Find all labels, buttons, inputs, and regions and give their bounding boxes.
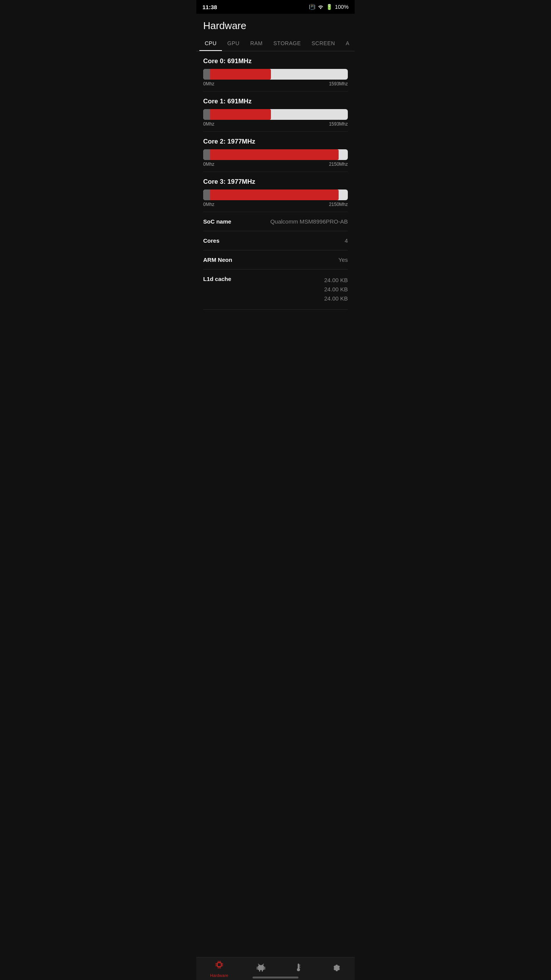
status-bar: 11:38 📳 🔋 100% [196, 0, 355, 14]
tab-ram[interactable]: RAM [245, 35, 268, 51]
core-labels-1: 0Mhz 1593Mhz [203, 121, 348, 127]
core-max-label-1: 1593Mhz [329, 121, 348, 127]
core-fill-1 [210, 109, 271, 120]
core-thumb-3 [203, 189, 210, 200]
core-min-label-2: 0Mhz [203, 162, 214, 167]
info-row-l1d-cache: L1d cache 24.00 KB24.00 KB24.00 KB [203, 270, 348, 310]
cores-container: Core 0: 691MHz 0Mhz 1593Mhz Core 1: 691M… [203, 51, 348, 212]
info-value-arm-neon: Yes [232, 256, 348, 263]
core-max-label-3: 2150Mhz [329, 202, 348, 207]
info-value-l1d-cache: 24.00 KB24.00 KB24.00 KB [231, 276, 348, 303]
core-title-3: Core 3: 1977MHz [203, 178, 348, 186]
core-title-2: Core 2: 1977MHz [203, 138, 348, 145]
core-labels-0: 0Mhz 1593Mhz [203, 81, 348, 87]
core-section-3: Core 3: 1977MHz 0Mhz 2150Mhz [203, 172, 348, 212]
core-max-label-2: 2150Mhz [329, 162, 348, 167]
info-label-cores: Cores [203, 237, 220, 244]
info-row-cores: Cores 4 [203, 231, 348, 250]
content-area: Core 0: 691MHz 0Mhz 1593Mhz Core 1: 691M… [196, 51, 355, 310]
info-section: SoC name Qualcomm MSM8996PRO-AB Cores 4 … [203, 212, 348, 310]
battery-percent: 100% [335, 4, 349, 10]
core-section-1: Core 1: 691MHz 0Mhz 1593Mhz [203, 91, 348, 132]
core-labels-2: 0Mhz 2150Mhz [203, 162, 348, 167]
core-thumb-2 [203, 149, 210, 160]
core-progress-1 [203, 109, 348, 120]
battery-icon: 🔋 [326, 4, 333, 10]
info-value-cores: 4 [220, 237, 348, 244]
core-fill-3 [210, 189, 339, 200]
core-max-label-0: 1593Mhz [329, 81, 348, 87]
info-row-soc-name: SoC name Qualcomm MSM8996PRO-AB [203, 212, 348, 231]
info-value-soc-name: Qualcomm MSM8996PRO-AB [231, 218, 348, 225]
core-title-0: Core 0: 691MHz [203, 57, 348, 65]
tab-gpu[interactable]: GPU [222, 35, 245, 51]
tab-storage[interactable]: STORAGE [268, 35, 306, 51]
vibrate-icon: 📳 [309, 4, 315, 10]
core-min-label-1: 0Mhz [203, 121, 214, 127]
core-thumb-1 [203, 109, 210, 120]
core-thumb-0 [203, 69, 210, 80]
tab-cpu[interactable]: CPU [199, 35, 222, 51]
info-label-arm-neon: ARM Neon [203, 256, 232, 263]
status-icons: 📳 🔋 100% [309, 4, 349, 10]
status-time: 11:38 [202, 4, 217, 10]
core-labels-3: 0Mhz 2150Mhz [203, 202, 348, 207]
core-progress-0 [203, 69, 348, 80]
core-fill-0 [210, 69, 271, 80]
core-min-label-3: 0Mhz [203, 202, 214, 207]
core-section-0: Core 0: 691MHz 0Mhz 1593Mhz [203, 51, 348, 91]
info-label-l1d-cache: L1d cache [203, 276, 231, 282]
core-title-1: Core 1: 691MHz [203, 98, 348, 105]
wifi-icon [318, 4, 324, 10]
info-row-arm-neon: ARM Neon Yes [203, 250, 348, 270]
core-progress-2 [203, 149, 348, 160]
core-section-2: Core 2: 1977MHz 0Mhz 2150Mhz [203, 132, 348, 172]
core-min-label-0: 0Mhz [203, 81, 214, 87]
info-label-soc-name: SoC name [203, 218, 231, 225]
header: Hardware [196, 14, 355, 35]
page-title: Hardware [203, 20, 348, 32]
core-fill-2 [210, 149, 339, 160]
tabs-container: CPU GPU RAM STORAGE SCREEN A [196, 35, 355, 51]
cpu-content: Core 0: 691MHz 0Mhz 1593Mhz Core 1: 691M… [196, 51, 355, 310]
tab-a[interactable]: A [341, 35, 355, 51]
tab-screen[interactable]: SCREEN [306, 35, 340, 51]
core-progress-3 [203, 189, 348, 200]
